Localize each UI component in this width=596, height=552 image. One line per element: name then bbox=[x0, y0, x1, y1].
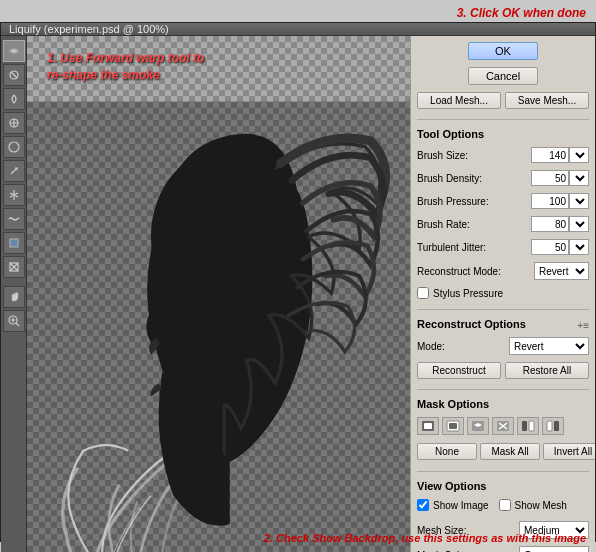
turbulent-jitter-row: Turbulent Jitter: bbox=[417, 239, 589, 255]
svg-rect-12 bbox=[449, 423, 457, 429]
mirror-tool[interactable] bbox=[3, 184, 25, 206]
right-panel: OK Cancel Load Mesh... Save Mesh... Tool… bbox=[410, 36, 595, 552]
svg-rect-18 bbox=[554, 421, 559, 431]
mesh-color-row: Mesh Color: Gray Black White bbox=[417, 546, 589, 552]
brush-size-input[interactable] bbox=[531, 147, 569, 163]
brush-density-input[interactable] bbox=[531, 170, 569, 186]
show-mesh-row: Show Mesh bbox=[499, 499, 567, 511]
bloat-tool[interactable] bbox=[3, 136, 25, 158]
svg-rect-16 bbox=[529, 421, 534, 431]
brush-pressure-row: Brush Pressure: bbox=[417, 193, 589, 209]
show-image-checkbox[interactable] bbox=[417, 499, 429, 511]
reconstruct-mode-select[interactable]: Revert bbox=[534, 262, 589, 280]
brush-rate-input[interactable] bbox=[531, 216, 569, 232]
brush-pressure-input[interactable] bbox=[531, 193, 569, 209]
ok-button[interactable]: OK bbox=[468, 42, 538, 60]
push-left-tool[interactable] bbox=[3, 160, 25, 182]
restore-all-button[interactable]: Restore All bbox=[505, 362, 589, 379]
liquify-window: Liquify (experimen.psd @ 100%) bbox=[0, 22, 596, 542]
mesh-buttons: Load Mesh... Save Mesh... bbox=[417, 92, 589, 109]
turbulent-jitter-select[interactable] bbox=[569, 239, 589, 255]
divider-4 bbox=[417, 471, 589, 472]
svg-rect-3 bbox=[10, 239, 18, 247]
reconstruct-mode-row: Reconstruct Mode: Revert bbox=[417, 262, 589, 280]
brush-rate-label: Brush Rate: bbox=[417, 219, 531, 230]
recon-mode-label: Mode: bbox=[417, 341, 445, 352]
brush-pressure-label: Brush Pressure: bbox=[417, 196, 531, 207]
mask-icons bbox=[417, 417, 589, 435]
brush-rate-row: Brush Rate: bbox=[417, 216, 589, 232]
none-button[interactable]: None bbox=[417, 443, 477, 460]
canvas-area[interactable]: 1. Use Forward warp tool to re-shape the… bbox=[27, 36, 410, 552]
show-mesh-checkbox[interactable] bbox=[499, 499, 511, 511]
brush-size-row: Brush Size: bbox=[417, 147, 589, 163]
canvas-image bbox=[27, 36, 410, 552]
mask-action-buttons: None Mask All Invert All bbox=[417, 443, 589, 460]
mask-icon-2[interactable] bbox=[442, 417, 464, 435]
stylus-pressure-row: Stylus Pressure bbox=[417, 287, 589, 299]
mask-icon-4[interactable] bbox=[492, 417, 514, 435]
window-body: 1. Use Forward warp tool to re-shape the… bbox=[1, 36, 595, 552]
brush-size-label: Brush Size: bbox=[417, 150, 531, 161]
mask-icon-1[interactable] bbox=[417, 417, 439, 435]
turbulence-tool[interactable] bbox=[3, 208, 25, 230]
left-toolbar bbox=[1, 36, 27, 552]
brush-density-label: Brush Density: bbox=[417, 173, 531, 184]
step3-annotation: 3. Click OK when done bbox=[457, 6, 586, 20]
reconstruct-button[interactable]: Reconstruct bbox=[417, 362, 501, 379]
reconstruct-options-section: Reconstruct Options +≡ bbox=[417, 318, 589, 332]
mask-icon-6[interactable] bbox=[542, 417, 564, 435]
recon-mode-row: Mode: Revert bbox=[417, 337, 589, 355]
recon-mode-select[interactable]: Revert bbox=[509, 337, 589, 355]
divider-1 bbox=[417, 119, 589, 120]
show-mesh-label: Show Mesh bbox=[515, 500, 567, 511]
brush-density-select[interactable] bbox=[569, 170, 589, 186]
zoom-tool[interactable] bbox=[3, 310, 25, 332]
hand-tool[interactable] bbox=[3, 286, 25, 308]
show-image-label: Show Image bbox=[433, 500, 489, 511]
svg-point-2 bbox=[9, 142, 19, 152]
save-mesh-button[interactable]: Save Mesh... bbox=[505, 92, 589, 109]
stylus-pressure-label: Stylus Pressure bbox=[433, 288, 503, 299]
mask-options-label: Mask Options bbox=[417, 398, 589, 410]
divider-3 bbox=[417, 389, 589, 390]
svg-rect-10 bbox=[424, 423, 432, 429]
invert-all-button[interactable]: Invert All bbox=[543, 443, 595, 460]
ok-cancel-buttons: OK bbox=[417, 42, 589, 60]
twirl-tool[interactable] bbox=[3, 88, 25, 110]
turbulent-jitter-label: Turbulent Jitter: bbox=[417, 242, 531, 253]
show-image-row: Show Image bbox=[417, 499, 489, 511]
divider-2 bbox=[417, 309, 589, 310]
step2-annotation: 2. Check Show Backdrop, use this setting… bbox=[264, 531, 586, 546]
brush-size-select[interactable] bbox=[569, 147, 589, 163]
reconstruct-options-label: Reconstruct Options bbox=[417, 318, 526, 330]
svg-rect-17 bbox=[547, 421, 552, 431]
turbulent-jitter-input[interactable] bbox=[531, 239, 569, 255]
freeze-mask-tool[interactable] bbox=[3, 232, 25, 254]
cancel-button-row: Cancel bbox=[417, 67, 589, 85]
mask-icon-5[interactable] bbox=[517, 417, 539, 435]
svg-point-8 bbox=[146, 307, 173, 348]
window-title: Liquify (experimen.psd @ 100%) bbox=[9, 23, 169, 35]
step1-annotation: 1. Use Forward warp tool to re-shape the… bbox=[47, 50, 204, 84]
mask-all-button[interactable]: Mask All bbox=[480, 443, 540, 460]
cancel-button[interactable]: Cancel bbox=[468, 67, 538, 85]
reconstruct-restore-buttons: Reconstruct Restore All bbox=[417, 362, 589, 379]
pucker-tool[interactable] bbox=[3, 112, 25, 134]
tool-options-label: Tool Options bbox=[417, 128, 589, 140]
view-options-label: View Options bbox=[417, 480, 589, 492]
stylus-pressure-checkbox[interactable] bbox=[417, 287, 429, 299]
reconstruct-tool[interactable] bbox=[3, 64, 25, 86]
window-titlebar: Liquify (experimen.psd @ 100%) bbox=[1, 23, 595, 36]
mesh-color-select[interactable]: Gray Black White bbox=[519, 546, 589, 552]
svg-rect-15 bbox=[522, 421, 527, 431]
reconstruct-options-icon: +≡ bbox=[577, 320, 589, 331]
brush-density-row: Brush Density: bbox=[417, 170, 589, 186]
brush-rate-select[interactable] bbox=[569, 216, 589, 232]
mask-icon-3[interactable] bbox=[467, 417, 489, 435]
thaw-mask-tool[interactable] bbox=[3, 256, 25, 278]
reconstruct-mode-label: Reconstruct Mode: bbox=[417, 266, 534, 277]
forward-warp-tool[interactable] bbox=[3, 40, 25, 62]
brush-pressure-select[interactable] bbox=[569, 193, 589, 209]
load-mesh-button[interactable]: Load Mesh... bbox=[417, 92, 501, 109]
